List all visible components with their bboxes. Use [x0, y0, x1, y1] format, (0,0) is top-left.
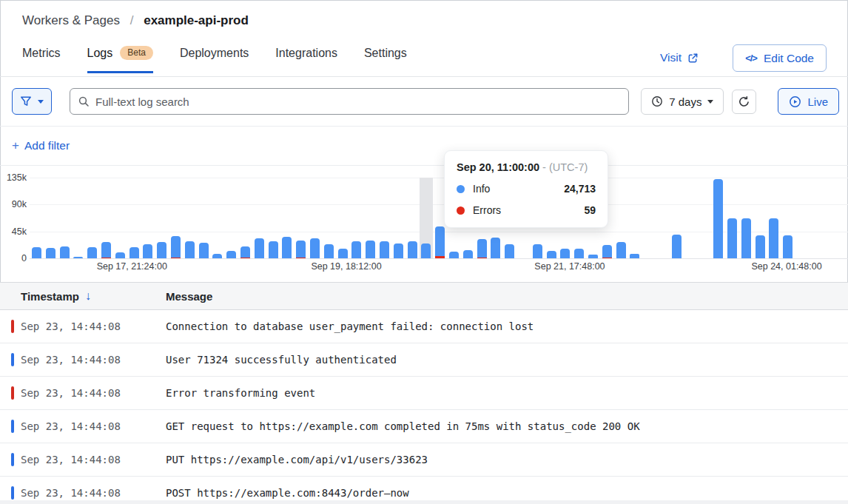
info-segment	[157, 242, 166, 258]
time-range-dropdown[interactable]: 7 days	[641, 88, 724, 115]
chart-bar[interactable]	[129, 178, 139, 258]
info-segment	[185, 241, 195, 258]
chart-bar[interactable]	[296, 178, 306, 258]
chart-bar[interactable]	[185, 178, 195, 258]
info-segment	[46, 248, 55, 258]
info-segment	[101, 242, 111, 258]
info-segment	[616, 242, 626, 258]
chart-bar[interactable]	[616, 178, 626, 258]
log-timestamp: Sep 23, 14:44:08	[21, 320, 166, 332]
tab-label: Logs	[87, 47, 113, 60]
chart-bar[interactable]	[32, 178, 41, 258]
chart-bar[interactable]	[87, 178, 97, 258]
chart-bar[interactable]	[115, 178, 125, 258]
info-segment	[477, 239, 487, 258]
chart-bar[interactable]	[171, 178, 181, 258]
tab-settings[interactable]: Settings	[364, 46, 407, 73]
log-message: Connection to database user_payment fail…	[166, 320, 848, 332]
info-segment	[449, 252, 459, 258]
tab-label: Metrics	[22, 47, 61, 60]
edit-code-button[interactable]: </> Edit Code	[733, 44, 827, 72]
chart-bar[interactable]	[366, 178, 375, 258]
tab-deployments[interactable]: Deployments	[180, 46, 249, 73]
severity-info-bar	[11, 420, 14, 433]
info-segment	[588, 255, 598, 258]
chart-bar[interactable]	[713, 178, 723, 258]
chart-bar[interactable]	[60, 178, 70, 258]
chart-bar[interactable]	[269, 178, 278, 258]
filter-menu-button[interactable]	[12, 88, 52, 115]
chart-bar[interactable]	[408, 178, 417, 258]
chart-bar[interactable]	[783, 178, 793, 258]
add-filter-button[interactable]: + Add filter	[12, 138, 70, 153]
chart-bar[interactable]	[727, 178, 737, 258]
live-button[interactable]: Live	[778, 88, 839, 115]
visit-link[interactable]: Visit	[660, 51, 699, 64]
plus-icon: +	[12, 138, 19, 153]
info-segment	[505, 244, 514, 258]
chart-bar[interactable]	[394, 178, 403, 258]
next-row-edge	[0, 500, 848, 504]
breadcrumb-section[interactable]: Workers & Pages	[22, 13, 120, 27]
chart-bar[interactable]	[46, 178, 55, 258]
chevron-down-icon	[707, 100, 713, 104]
y-axis-label: 45k	[0, 226, 27, 238]
log-table: Timestamp ↓ Message Sep 23, 14:44:08Conn…	[0, 282, 848, 504]
chart-bar[interactable]	[101, 178, 111, 258]
chart-bar[interactable]	[630, 178, 639, 258]
chart-bar[interactable]	[338, 178, 348, 258]
tab-integrations[interactable]: Integrations	[275, 46, 337, 73]
timestamp-column-header[interactable]: Timestamp ↓	[21, 289, 166, 303]
chart-bar[interactable]	[769, 178, 778, 258]
log-row[interactable]: Sep 23, 14:44:08PUT https://example.com/…	[0, 443, 848, 477]
chart-bar[interactable]	[310, 178, 320, 258]
error-segment	[240, 258, 250, 258]
info-segment	[421, 243, 431, 258]
tab-metrics[interactable]: Metrics	[22, 46, 61, 73]
chart-bar[interactable]	[226, 178, 236, 258]
chart-bar[interactable]	[255, 178, 264, 258]
chart-bar[interactable]	[157, 178, 166, 258]
chart-bar[interactable]	[741, 178, 751, 258]
y-axis-label: 0	[0, 252, 27, 264]
tooltip-rows: Info24,713Errors59	[457, 183, 596, 216]
info-segment	[394, 243, 403, 258]
chart-bar[interactable]	[240, 178, 250, 258]
severity-error-bar	[11, 320, 14, 333]
search-input[interactable]	[70, 88, 629, 115]
log-volume-chart: 135k90k45k0Sep 17, 21:24:00Sep 19, 18:12…	[0, 166, 848, 282]
chart-bar[interactable]	[672, 178, 682, 258]
info-segment	[226, 251, 236, 258]
chart-bar[interactable]	[421, 178, 431, 258]
info-segment	[491, 238, 500, 258]
chart-bar[interactable]	[143, 178, 152, 258]
chart-bar[interactable]	[73, 178, 83, 258]
info-segment	[282, 237, 292, 258]
log-row[interactable]: Sep 23, 14:44:08GET request to https://e…	[0, 410, 848, 443]
chart-bar[interactable]	[212, 178, 222, 258]
chart-bar[interactable]	[756, 178, 765, 258]
chart-bar[interactable]	[351, 178, 361, 258]
chart-bar[interactable]	[282, 178, 292, 258]
info-segment	[255, 238, 264, 258]
chart-bar[interactable]	[324, 178, 334, 258]
log-row[interactable]: Sep 23, 14:44:08Error transforming event	[0, 377, 848, 410]
refresh-button[interactable]	[732, 90, 756, 114]
search-icon	[78, 95, 90, 107]
x-axis-label: Sep 21, 17:48:00	[534, 261, 605, 272]
log-row[interactable]: Sep 23, 14:44:08User 71324 successfully …	[0, 343, 848, 377]
tooltip-series-label: Errors	[473, 204, 501, 216]
x-axis-label: Sep 19, 18:12:00	[311, 261, 381, 272]
log-toolbar: 7 days Live	[0, 77, 848, 127]
time-range-value: 7 days	[669, 95, 701, 108]
error-segment	[477, 258, 487, 258]
chart-bar[interactable]	[199, 178, 209, 258]
tab-logs[interactable]: LogsBeta	[87, 46, 153, 73]
log-message: GET request to https://example.com compl…	[166, 420, 848, 432]
breadcrumb-current: example-api-prod	[144, 13, 249, 27]
tooltip-series-label: Info	[473, 183, 490, 195]
info-segment	[171, 236, 181, 258]
chart-bar[interactable]	[380, 178, 389, 258]
log-row[interactable]: Sep 23, 14:44:08Connection to database u…	[0, 310, 848, 343]
sort-desc-icon[interactable]: ↓	[85, 289, 91, 303]
